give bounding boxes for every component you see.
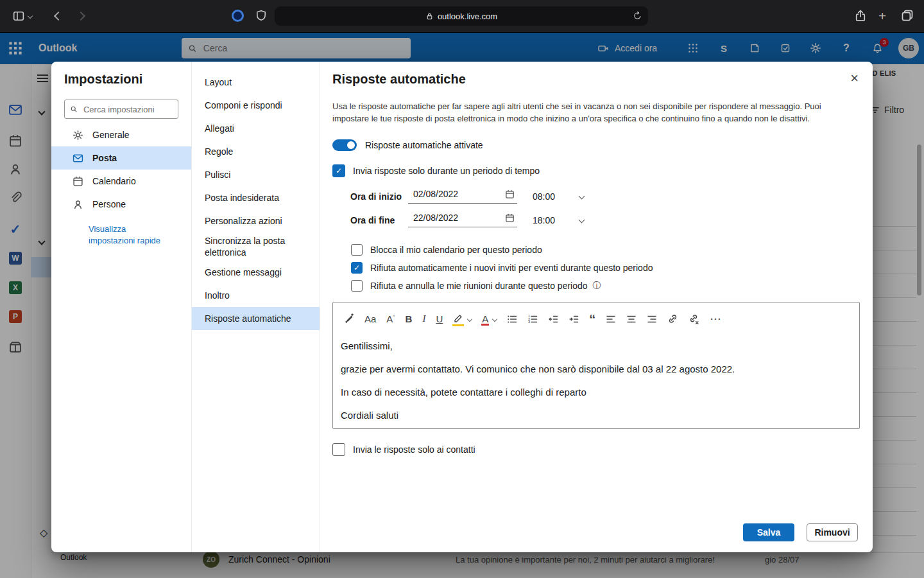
unlink-button[interactable]: [689, 313, 699, 324]
format-painter-icon[interactable]: [343, 312, 354, 326]
contacts-only-label: Invia le risposte solo ai contatti: [353, 444, 475, 455]
contacts-only-checkbox[interactable]: [332, 443, 345, 456]
end-time-field[interactable]: 18:00: [533, 215, 584, 225]
period-checkbox[interactable]: ✓: [332, 164, 345, 177]
start-date-field[interactable]: 02/08/2022: [408, 189, 517, 204]
end-label: Ora di fine: [350, 215, 408, 225]
reply-line: Gentilissimi,: [341, 340, 851, 352]
save-button[interactable]: Salva: [743, 523, 794, 541]
nav-label: Persone: [92, 199, 126, 209]
back-icon[interactable]: [54, 12, 63, 21]
chevron-down-icon: [579, 217, 585, 223]
start-time-field[interactable]: 08:00: [533, 191, 584, 202]
sidebar-toggle-icon[interactable]: [13, 10, 24, 22]
decline-invites-label: Rifiuta automaticamente i nuovi inviti p…: [370, 263, 653, 273]
numbered-list-button[interactable]: 123: [527, 314, 538, 324]
info-icon: ⓘ: [593, 280, 601, 292]
panel-title: Risposte automatiche: [332, 72, 466, 87]
mail-icon: [72, 153, 83, 164]
settings-title: Impostazioni: [64, 72, 178, 87]
quick-settings-link[interactable]: Visualizza impostazioni rapide: [89, 223, 169, 247]
start-date-value: 02/08/2022: [413, 189, 458, 199]
align-right-button[interactable]: [647, 314, 657, 324]
svg-text:3: 3: [528, 320, 530, 324]
reply-line: Cordiali saluti: [341, 409, 851, 421]
align-left-button[interactable]: [606, 314, 616, 324]
reply-line: grazie per avermi contattato. Vi comunic…: [341, 363, 851, 375]
calendar-icon[interactable]: [505, 189, 515, 199]
format-toolbar: Aa A° B I U A: [333, 302, 859, 331]
search-icon: [70, 105, 78, 114]
end-date-value: 22/08/2022: [413, 213, 458, 223]
font-size-button[interactable]: A°: [386, 313, 395, 324]
settings-modal: Impostazioni Generale Posta: [51, 62, 873, 552]
reload-icon[interactable]: [633, 11, 642, 21]
chevron-down-icon[interactable]: [492, 316, 497, 321]
end-time-value: 18:00: [533, 215, 555, 225]
link-button[interactable]: [667, 313, 678, 324]
lock-icon: [425, 12, 434, 21]
new-tab-icon[interactable]: +: [878, 9, 886, 22]
highlight-color-bar: [452, 324, 464, 326]
category-inoltro[interactable]: Inoltro: [192, 284, 320, 307]
more-formatting-button[interactable]: ⋯: [710, 312, 721, 326]
settings-nav-persone[interactable]: Persone: [51, 193, 191, 216]
category-gestione-messaggi[interactable]: Gestione messaggi: [192, 261, 320, 284]
category-allegati[interactable]: Allegati: [192, 117, 320, 140]
highlight-button[interactable]: [453, 313, 463, 325]
chevron-down-icon[interactable]: [467, 316, 472, 321]
settings-sidebar: Impostazioni Generale Posta: [51, 62, 192, 552]
category-posta-indesiderata[interactable]: Posta indesiderata: [192, 186, 320, 209]
category-sincronizza[interactable]: Sincronizza la posta elettronica: [192, 232, 320, 261]
category-risposte-automatiche[interactable]: Risposte automatiche: [192, 307, 320, 330]
sidebar-chevron-icon[interactable]: [28, 13, 33, 19]
block-calendar-checkbox[interactable]: [351, 244, 363, 256]
category-regole[interactable]: Regole: [192, 140, 320, 163]
calendar-icon[interactable]: [505, 213, 515, 223]
nav-label: Calendario: [92, 176, 136, 186]
end-date-field[interactable]: 22/08/2022: [408, 213, 517, 227]
remove-button[interactable]: Rimuovi: [807, 523, 858, 541]
outdent-button[interactable]: [548, 314, 558, 324]
autoreply-toggle[interactable]: [332, 139, 357, 151]
nav-label: Posta: [92, 153, 117, 163]
cancel-meetings-label: Rifiuta e annulla le mie riunioni durant…: [370, 281, 588, 291]
screen: outlook.live.com + Outlook Acce: [0, 0, 924, 578]
underline-button[interactable]: U: [436, 313, 443, 324]
close-icon[interactable]: ×: [850, 72, 859, 85]
align-center-button[interactable]: [626, 314, 637, 324]
reply-text[interactable]: Gentilissimi, grazie per avermi contatta…: [333, 331, 859, 421]
category-personalizza-azioni[interactable]: Personalizza azioni: [192, 209, 320, 232]
extension-icon[interactable]: [232, 10, 244, 22]
forward-icon: [76, 12, 85, 21]
category-pulisci[interactable]: Pulisci: [192, 163, 320, 186]
settings-search[interactable]: [64, 100, 178, 119]
cancel-meetings-checkbox[interactable]: [351, 280, 363, 292]
settings-search-input[interactable]: [82, 104, 173, 115]
autoreply-panel: Risposte automatiche × Usa le risposte a…: [320, 62, 873, 552]
indent-button[interactable]: [569, 314, 579, 324]
panel-description: Usa le risposte automatiche per far sape…: [332, 100, 857, 125]
category-layout[interactable]: Layout: [192, 71, 320, 94]
italic-button[interactable]: I: [422, 313, 425, 324]
settings-categories: Layout Componi e rispondi Allegati Regol…: [192, 62, 320, 552]
nav-label: Generale: [92, 130, 130, 140]
decline-invites-checkbox[interactable]: ✓: [351, 262, 363, 274]
chevron-down-icon: [579, 193, 585, 200]
address-bar[interactable]: outlook.live.com: [275, 6, 648, 26]
font-color-button[interactable]: A: [482, 313, 488, 324]
people-icon: [72, 199, 83, 210]
quote-button[interactable]: “: [589, 316, 595, 322]
settings-nav-posta[interactable]: Posta: [51, 146, 191, 170]
reply-editor: Aa A° B I U A: [332, 302, 860, 429]
block-calendar-label: Blocca il mio calendario per questo peri…: [370, 245, 542, 255]
share-icon[interactable]: [854, 9, 867, 22]
category-componi[interactable]: Componi e rispondi: [192, 94, 320, 117]
tab-overview-icon[interactable]: [901, 9, 914, 24]
shield-extension-icon[interactable]: [255, 10, 267, 21]
font-name-button[interactable]: Aa: [364, 313, 376, 324]
settings-nav-generale[interactable]: Generale: [51, 123, 191, 146]
bullet-list-button[interactable]: [507, 314, 517, 324]
settings-nav-calendario[interactable]: Calendario: [51, 170, 191, 193]
bold-button[interactable]: B: [406, 313, 413, 324]
